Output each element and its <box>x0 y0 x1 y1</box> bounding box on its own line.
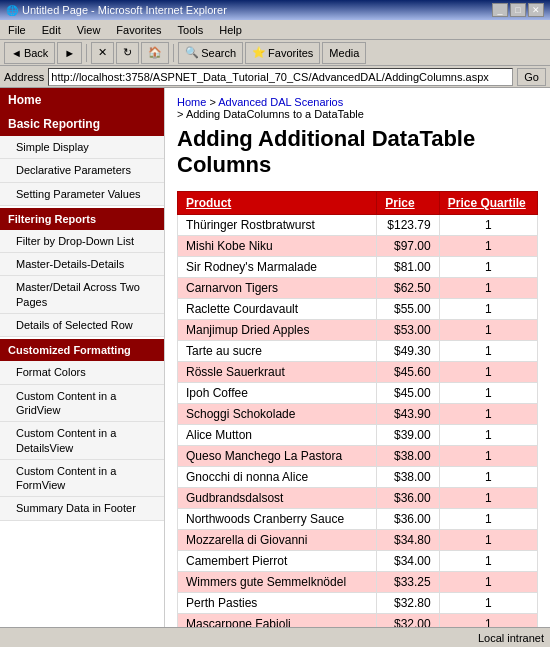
close-btn[interactable]: ✕ <box>528 3 544 17</box>
cell-price: $34.80 <box>377 529 439 550</box>
go-button[interactable]: Go <box>517 68 546 86</box>
table-row: Camembert Pierrot$34.001 <box>178 550 538 571</box>
cell-product: Perth Pasties <box>178 592 377 613</box>
menu-tools[interactable]: Tools <box>174 22 208 38</box>
cell-product: Schoggi Schokolade <box>178 403 377 424</box>
menu-bar: File Edit View Favorites Tools Help <box>0 20 550 40</box>
minimize-btn[interactable]: _ <box>492 3 508 17</box>
cell-quartile: 1 <box>439 235 537 256</box>
refresh-button[interactable]: ↻ <box>116 42 139 64</box>
cell-product: Sir Rodney's Marmalade <box>178 256 377 277</box>
cell-price: $34.00 <box>377 550 439 571</box>
cell-product: Alice Mutton <box>178 424 377 445</box>
cell-price: $45.60 <box>377 361 439 382</box>
cell-price: $43.90 <box>377 403 439 424</box>
back-button[interactable]: ◄ Back <box>4 42 55 64</box>
cell-quartile: 1 <box>439 508 537 529</box>
sidebar-section-basic-reporting[interactable]: Basic Reporting <box>0 112 164 136</box>
table-row: Gnocchi di nonna Alice$38.001 <box>178 466 538 487</box>
cell-price: $38.00 <box>377 445 439 466</box>
sidebar-item-format-colors[interactable]: Format Colors <box>0 361 164 384</box>
cell-quartile: 1 <box>439 571 537 592</box>
table-row: Manjimup Dried Apples$53.001 <box>178 319 538 340</box>
sidebar-section-customized-formatting[interactable]: Customized Formatting <box>0 339 164 361</box>
cell-price: $55.00 <box>377 298 439 319</box>
toolbar: ◄ Back ► ✕ ↻ 🏠 🔍 Search ⭐ Favorites Medi… <box>0 40 550 66</box>
table-row: Schoggi Schokolade$43.901 <box>178 403 538 424</box>
breadcrumb-section[interactable]: Advanced DAL Scenarios <box>218 96 343 108</box>
sidebar-section-filtering-reports[interactable]: Filtering Reports <box>0 208 164 230</box>
sidebar-item-declarative-parameters[interactable]: Declarative Parameters <box>0 159 164 182</box>
table-row: Tarte au sucre$49.301 <box>178 340 538 361</box>
cell-product: Gudbrandsdalsost <box>178 487 377 508</box>
cell-price: $81.00 <box>377 256 439 277</box>
status-bar: Local intranet <box>0 627 550 647</box>
media-button[interactable]: Media <box>322 42 366 64</box>
cell-product: Northwoods Cranberry Sauce <box>178 508 377 529</box>
cell-quartile: 1 <box>439 592 537 613</box>
cell-quartile: 1 <box>439 214 537 235</box>
cell-quartile: 1 <box>439 550 537 571</box>
table-row: Sir Rodney's Marmalade$81.001 <box>178 256 538 277</box>
window-controls[interactable]: _ □ ✕ <box>492 3 544 17</box>
menu-edit[interactable]: Edit <box>38 22 65 38</box>
cell-price: $49.30 <box>377 340 439 361</box>
cell-product: Rössle Sauerkraut <box>178 361 377 382</box>
cell-product: Gnocchi di nonna Alice <box>178 466 377 487</box>
browser-icon: 🌐 <box>6 5 18 16</box>
toolbar-separator-2 <box>173 44 174 62</box>
sidebar-item-custom-gridview[interactable]: Custom Content in a GridView <box>0 385 164 423</box>
favorites-button[interactable]: ⭐ Favorites <box>245 42 320 64</box>
cell-price: $36.00 <box>377 487 439 508</box>
sidebar-item-master-detail-across[interactable]: Master/Detail Across Two Pages <box>0 276 164 314</box>
cell-price: $38.00 <box>377 466 439 487</box>
breadcrumb-home[interactable]: Home <box>177 96 206 108</box>
cell-product: Queso Manchego La Pastora <box>178 445 377 466</box>
table-row: Raclette Courdavault$55.001 <box>178 298 538 319</box>
cell-quartile: 1 <box>439 256 537 277</box>
table-row: Mishi Kobe Niku$97.001 <box>178 235 538 256</box>
table-row: Ipoh Coffee$45.001 <box>178 382 538 403</box>
sidebar-item-filter-dropdown[interactable]: Filter by Drop-Down List <box>0 230 164 253</box>
sidebar-item-simple-display[interactable]: Simple Display <box>0 136 164 159</box>
window-title: Untitled Page - Microsoft Internet Explo… <box>22 4 227 16</box>
forward-button[interactable]: ► <box>57 42 82 64</box>
cell-price: $62.50 <box>377 277 439 298</box>
table-row: Mozzarella di Giovanni$34.801 <box>178 529 538 550</box>
sidebar: Home Basic Reporting Simple Display Decl… <box>0 88 165 647</box>
table-row: Gudbrandsdalsost$36.001 <box>178 487 538 508</box>
menu-file[interactable]: File <box>4 22 30 38</box>
cell-product: Manjimup Dried Apples <box>178 319 377 340</box>
sidebar-item-selected-row[interactable]: Details of Selected Row <box>0 314 164 337</box>
cell-price: $32.80 <box>377 592 439 613</box>
cell-product: Carnarvon Tigers <box>178 277 377 298</box>
table-row: Wimmers gute Semmelknödel$33.251 <box>178 571 538 592</box>
menu-view[interactable]: View <box>73 22 105 38</box>
table-row: Queso Manchego La Pastora$38.001 <box>178 445 538 466</box>
breadcrumb-current: Adding DataColumns to a DataTable <box>186 108 364 120</box>
sidebar-home[interactable]: Home <box>0 88 164 112</box>
address-input[interactable] <box>48 68 513 86</box>
sidebar-item-setting-parameter[interactable]: Setting Parameter Values <box>0 183 164 206</box>
cell-price: $123.79 <box>377 214 439 235</box>
sidebar-item-custom-detailsview[interactable]: Custom Content in a DetailsView <box>0 422 164 460</box>
home-button[interactable]: 🏠 <box>141 42 169 64</box>
sidebar-item-custom-formview[interactable]: Custom Content in a FormView <box>0 460 164 498</box>
cell-price: $36.00 <box>377 508 439 529</box>
cell-price: $33.25 <box>377 571 439 592</box>
sidebar-item-summary-footer[interactable]: Summary Data in Footer <box>0 497 164 520</box>
cell-quartile: 1 <box>439 277 537 298</box>
sidebar-item-master-details[interactable]: Master-Details-Details <box>0 253 164 276</box>
cell-quartile: 1 <box>439 340 537 361</box>
maximize-btn[interactable]: □ <box>510 3 526 17</box>
cell-product: Mishi Kobe Niku <box>178 235 377 256</box>
menu-help[interactable]: Help <box>215 22 246 38</box>
cell-quartile: 1 <box>439 298 537 319</box>
search-button[interactable]: 🔍 Search <box>178 42 243 64</box>
content-area: Home > Advanced DAL Scenarios > Adding D… <box>165 88 550 647</box>
breadcrumb: Home > Advanced DAL Scenarios > Adding D… <box>177 96 538 120</box>
menu-favorites[interactable]: Favorites <box>112 22 165 38</box>
table-row: Rössle Sauerkraut$45.601 <box>178 361 538 382</box>
stop-button[interactable]: ✕ <box>91 42 114 64</box>
cell-product: Wimmers gute Semmelknödel <box>178 571 377 592</box>
